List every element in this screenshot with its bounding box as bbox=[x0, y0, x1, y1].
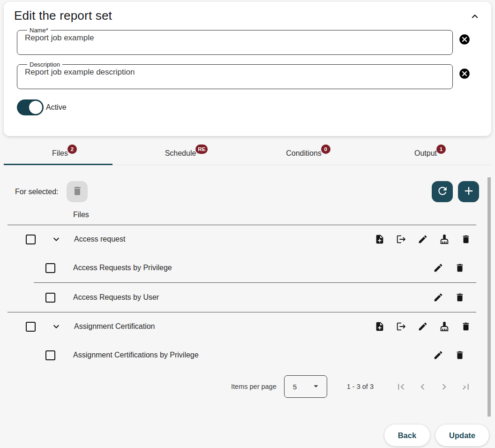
expand-row-button[interactable] bbox=[51, 234, 62, 245]
active-toggle[interactable] bbox=[17, 99, 44, 115]
table-row: Access Requests by Privilege bbox=[8, 253, 476, 282]
refresh-button[interactable] bbox=[432, 181, 453, 202]
for-selected-label: For selected: bbox=[15, 188, 58, 196]
page-size-select[interactable]: 5 bbox=[284, 375, 327, 398]
row-label: Assignment Certifications by Privilege bbox=[73, 351, 199, 359]
trash-icon bbox=[461, 239, 471, 246]
tab-schedule[interactable]: ScheduleRE bbox=[126, 142, 248, 165]
add-file-button[interactable] bbox=[375, 234, 385, 244]
pencil-icon bbox=[418, 239, 428, 246]
collapse-panel-button[interactable] bbox=[469, 10, 481, 24]
add-file-button[interactable] bbox=[375, 321, 385, 332]
trash-icon bbox=[455, 355, 465, 362]
name-field-outline: Name* bbox=[17, 27, 453, 55]
tab-label: Files bbox=[52, 149, 68, 158]
page-title: Edit the report set bbox=[14, 8, 112, 23]
add-file-group-button[interactable] bbox=[458, 181, 479, 202]
delete-button[interactable] bbox=[461, 321, 471, 332]
edit-button[interactable] bbox=[418, 234, 428, 244]
export-button[interactable] bbox=[396, 234, 406, 244]
active-toggle-label: Active bbox=[46, 103, 67, 112]
row-actions bbox=[375, 321, 471, 332]
add-file-icon bbox=[375, 239, 385, 246]
range-label: 1 - 3 of 3 bbox=[347, 383, 374, 390]
row-actions bbox=[433, 292, 465, 303]
trash-icon bbox=[455, 267, 465, 274]
chevron-down-icon bbox=[51, 327, 62, 334]
table-row: Assignment Certification bbox=[8, 312, 476, 341]
last-page-icon bbox=[460, 387, 472, 394]
tab-badge: RE bbox=[195, 144, 208, 154]
first-page-button[interactable] bbox=[395, 381, 407, 393]
update-button[interactable]: Update bbox=[435, 425, 489, 446]
row-actions bbox=[375, 234, 471, 244]
row-checkbox[interactable] bbox=[45, 350, 55, 360]
last-page-button[interactable] bbox=[460, 381, 472, 393]
chevron-down-icon bbox=[51, 239, 62, 246]
first-page-icon bbox=[395, 387, 407, 394]
description-input[interactable] bbox=[24, 68, 446, 82]
clean-button[interactable] bbox=[439, 234, 450, 244]
tab-label: Schedule bbox=[165, 149, 196, 158]
delete-button[interactable] bbox=[455, 350, 465, 360]
broom-icon bbox=[439, 239, 450, 246]
row-checkbox[interactable] bbox=[26, 322, 36, 332]
edit-button[interactable] bbox=[433, 350, 443, 360]
previous-page-button[interactable] bbox=[417, 381, 428, 393]
table-row: Access request bbox=[8, 225, 476, 253]
items-per-page-label: Items per page bbox=[231, 383, 277, 390]
row-checkbox[interactable] bbox=[45, 293, 55, 303]
table-row: Access Requests by User bbox=[8, 283, 476, 312]
name-input[interactable] bbox=[24, 33, 446, 47]
back-button[interactable]: Back bbox=[384, 425, 430, 446]
next-page-button[interactable] bbox=[438, 381, 450, 393]
row-label: Access Requests by User bbox=[73, 293, 159, 302]
name-field-label: Name* bbox=[27, 27, 51, 34]
expand-row-button[interactable] bbox=[51, 321, 62, 332]
clear-description-button[interactable] bbox=[458, 68, 471, 80]
add-file-icon bbox=[375, 326, 385, 333]
edit-button[interactable] bbox=[433, 263, 443, 273]
clear-name-button[interactable] bbox=[458, 33, 471, 46]
edit-button[interactable] bbox=[433, 292, 443, 303]
files-column-header: Files bbox=[8, 205, 476, 225]
paginator: Items per page 5 1 - 3 of 3 bbox=[8, 372, 476, 401]
tab-conditions[interactable]: Conditions0 bbox=[248, 142, 369, 165]
tab-badge: 0 bbox=[321, 144, 330, 154]
toggle-knob bbox=[29, 101, 42, 114]
tab-output[interactable]: Output1 bbox=[369, 142, 491, 165]
tab-files[interactable]: Files2 bbox=[4, 142, 126, 165]
row-actions bbox=[433, 263, 465, 273]
chevron-up-icon bbox=[469, 17, 481, 24]
trash-icon bbox=[461, 326, 471, 333]
delete-button[interactable] bbox=[455, 263, 465, 273]
export-button[interactable] bbox=[396, 321, 406, 332]
delete-button[interactable] bbox=[461, 234, 471, 244]
pencil-icon bbox=[433, 355, 443, 362]
footer-actions: Back Update bbox=[384, 425, 489, 446]
row-checkbox[interactable] bbox=[45, 263, 55, 273]
clean-button[interactable] bbox=[439, 321, 450, 332]
edit-report-set-panel: Edit the report set Name* Description Ac… bbox=[4, 2, 491, 136]
edit-button[interactable] bbox=[418, 321, 428, 332]
table-row: Assignment Certifications by Privilege bbox=[8, 341, 476, 370]
files-table: Files Access requestAccess Requests by P… bbox=[8, 205, 476, 370]
delete-selected-button[interactable] bbox=[67, 181, 88, 202]
cancel-icon bbox=[458, 74, 471, 81]
chevron-down-icon bbox=[311, 381, 321, 393]
export-icon bbox=[396, 239, 406, 246]
delete-button[interactable] bbox=[455, 292, 465, 303]
tab-label: Conditions bbox=[286, 149, 322, 158]
row-checkbox[interactable] bbox=[26, 235, 36, 244]
row-label: Access request bbox=[74, 235, 125, 243]
chevron-left-icon bbox=[417, 387, 428, 394]
chevron-right-icon bbox=[438, 387, 450, 394]
description-field-label: Description bbox=[27, 61, 62, 68]
row-label: Access Requests by Privilege bbox=[73, 264, 172, 272]
trash-icon bbox=[72, 185, 83, 198]
vertical-scrollbar[interactable] bbox=[488, 177, 491, 417]
tab-label: Output bbox=[414, 149, 437, 158]
page-size-value: 5 bbox=[293, 383, 297, 391]
pencil-icon bbox=[433, 267, 443, 274]
export-icon bbox=[396, 326, 406, 333]
